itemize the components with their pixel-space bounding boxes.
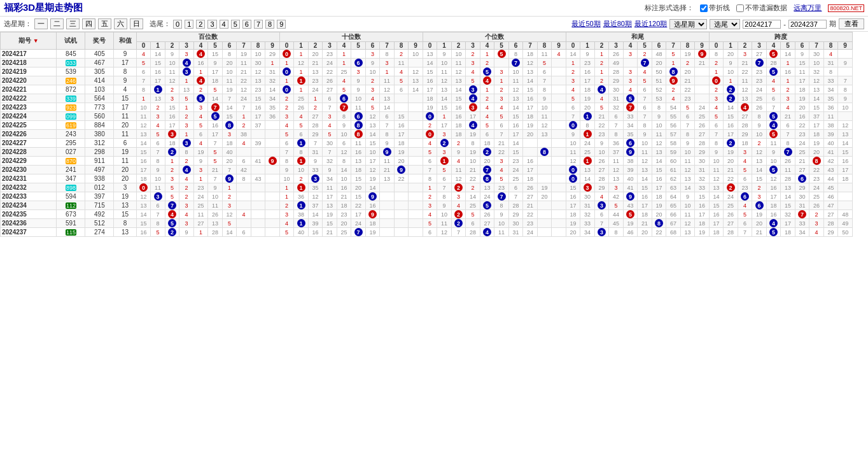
weekday-mon[interactable]: 一: [34, 18, 48, 29]
checkbox-daizhexian-label[interactable]: 带折线: [700, 3, 730, 13]
tail-1[interactable]: 1: [185, 20, 193, 29]
th-bai-1: 1: [151, 42, 165, 50]
tail-8[interactable]: 8: [265, 20, 274, 29]
th-shi-1: 1: [294, 42, 309, 50]
th-ge-9: 9: [552, 42, 566, 50]
table-row-he: 4: [114, 85, 136, 94]
table-row-issue: 2024220: [1, 76, 57, 85]
table-row-jiang: 298: [85, 148, 114, 157]
tail-6[interactable]: 6: [242, 20, 251, 29]
table-row-shiji: 243: [57, 130, 85, 139]
weekday-sun[interactable]: 日: [130, 18, 143, 29]
btn-zuijin120[interactable]: 最近120期: [634, 19, 667, 29]
table-row-jiang: 560: [85, 112, 114, 121]
page-container: 福彩3D星期走势图 标注形式选择： 带折线 不带遗漏数据 远离万里 800820…: [0, 0, 868, 237]
table-row-shiji: 339: [57, 94, 85, 103]
th-kua-1: 1: [724, 42, 738, 50]
tail-7[interactable]: 7: [254, 20, 263, 29]
th-ge-3: 3: [466, 42, 480, 50]
table-row-shiji: 539: [57, 67, 85, 76]
tail-2[interactable]: 2: [196, 20, 205, 29]
th-shi-4: 4: [337, 42, 351, 50]
table-row-he: 3: [114, 183, 136, 192]
label-xuanxingqi: 选星期：: [4, 19, 32, 29]
table-row-shiji: 241: [57, 166, 85, 174]
period-start-input[interactable]: [743, 20, 781, 29]
table-row-he: 6: [114, 139, 136, 148]
weekday-sat[interactable]: 六: [114, 18, 127, 29]
th-ge-4: 4: [480, 42, 494, 50]
th-ge-2: 2: [451, 42, 466, 50]
table-row-issue: 2024237: [1, 228, 57, 237]
table-row-jiang: 380: [85, 130, 114, 139]
table-row-he: 15: [114, 210, 136, 219]
table-row-issue: 2024221: [1, 85, 57, 94]
weekday-fri[interactable]: 五: [98, 18, 111, 29]
table-row-shiji: 845: [57, 50, 85, 59]
page-title: 福彩3D星期走势图: [4, 2, 83, 14]
site-badge: 800820.NET: [828, 4, 864, 12]
table-row-jiang: 103: [85, 85, 114, 94]
table-row-shiji: 099: [57, 112, 85, 121]
table-row-jiang: 497: [85, 166, 114, 174]
th-ge-7: 7: [523, 42, 538, 50]
table-row-jiang: 512: [85, 219, 114, 228]
th-kua-5: 5: [781, 42, 795, 50]
table-row-issue: 2024232: [1, 183, 57, 192]
table-row-shiji: 594: [57, 192, 85, 201]
tail-5[interactable]: 5: [231, 20, 240, 29]
table-row-shiji: 619: [57, 121, 85, 130]
checkbox-budaiyilou[interactable]: [736, 4, 744, 12]
table-row-jiang: 312: [85, 139, 114, 148]
table-row-he: 11: [114, 112, 136, 121]
th-ge-0: 0: [423, 42, 437, 50]
th-issue: 期号 ▼: [1, 32, 57, 50]
table-row-he: 11: [114, 130, 136, 139]
th-kua: 跨度: [709, 32, 852, 42]
table-row-issue: 2024228: [1, 148, 57, 157]
select-xuanwei[interactable]: 选尾0123456789: [710, 19, 740, 29]
table-row-shiji: 027: [57, 148, 85, 157]
weekday-thu[interactable]: 四: [82, 18, 95, 29]
label-yuanmian: 远离万里: [794, 3, 822, 13]
table-row-issue: 2024219: [1, 67, 57, 76]
th-ht-4: 4: [623, 42, 638, 50]
checkbox-budaiyilou-label[interactable]: 不带遗漏数据: [736, 3, 787, 13]
th-ge-5: 5: [494, 42, 509, 50]
th-kua-2: 2: [738, 42, 752, 50]
th-ht-2: 2: [594, 42, 609, 50]
period-end-input[interactable]: [788, 20, 827, 29]
th-shi-3: 3: [323, 42, 337, 50]
checkbox-daizhexian[interactable]: [700, 4, 708, 12]
table-row-he: 19: [114, 148, 136, 157]
table-row-issue: 2024218: [1, 59, 57, 67]
table-row-shiji: 295: [57, 139, 85, 148]
tail-0[interactable]: 0: [173, 20, 182, 29]
select-xuanxingqi[interactable]: 选星期一二三四五六日: [669, 19, 707, 29]
th-bai-5: 5: [208, 42, 223, 50]
weekday-wed[interactable]: 三: [66, 18, 80, 29]
table-row-jiang: 274: [85, 228, 114, 237]
th-ht-7: 7: [666, 42, 681, 50]
table-row-jiang: 467: [85, 59, 114, 67]
btn-zuijin50[interactable]: 最近50期: [571, 19, 600, 29]
chakan-button[interactable]: 查看: [839, 18, 864, 29]
th-bai: 百位数: [136, 32, 279, 42]
th-shi-7: 7: [380, 42, 395, 50]
table-row-issue: 2024224: [1, 112, 57, 121]
tail-3[interactable]: 3: [207, 20, 216, 29]
tail-4[interactable]: 4: [220, 20, 228, 29]
table-row-he: 17: [114, 103, 136, 112]
table-row-jiang: 492: [85, 210, 114, 219]
btn-zuijin80[interactable]: 最近80期: [603, 19, 632, 29]
th-hetail: 和尾: [566, 32, 709, 42]
th-bai-6: 6: [222, 42, 237, 50]
header: 福彩3D星期走势图 标注形式选择： 带折线 不带遗漏数据 远离万里 800820…: [0, 0, 868, 17]
th-kua-9: 9: [838, 42, 853, 50]
table-row-shiji: 673: [57, 210, 85, 219]
tail-9[interactable]: 9: [277, 20, 286, 29]
table-row-he: 17: [114, 59, 136, 67]
th-shi-6: 6: [365, 42, 380, 50]
weekday-tue[interactable]: 二: [50, 18, 64, 29]
label-biaozhu: 标注形式选择：: [645, 3, 694, 13]
